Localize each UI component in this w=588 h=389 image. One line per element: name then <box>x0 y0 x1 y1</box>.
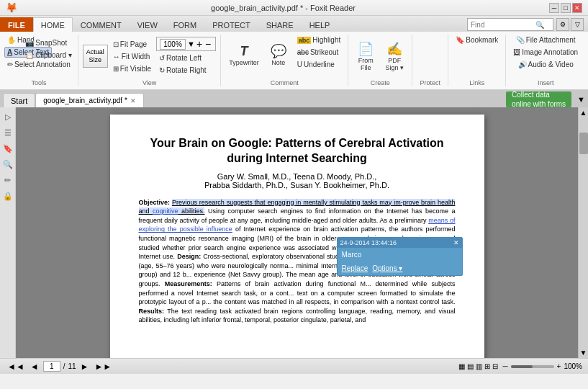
left-nav-btn-6[interactable]: 🔒 <box>1 189 14 202</box>
pdf-sign-btn[interactable]: ✍ PDFSign ▾ <box>381 36 407 76</box>
main-area: ▷ ☰ 🔖 🔍 ✏ 🔒 Your Brain on Google: Patter… <box>0 107 588 358</box>
tools-group: ✋ Hand A Select Text ✏ Select Annotation… <box>0 35 78 86</box>
nav-next-btn[interactable]: ► <box>79 362 91 372</box>
nav-first-btn[interactable]: ◄◄ <box>6 362 26 372</box>
file-attachment-icon: 📎 <box>516 36 525 44</box>
clipboard-btn[interactable]: 📋 Clipboard ▾ <box>22 50 75 61</box>
image-annotation-btn[interactable]: 🖼 Image Annotation <box>510 47 581 58</box>
select-text-icon: A <box>7 48 12 56</box>
zoom-input[interactable] <box>160 39 186 50</box>
file-attachment-btn[interactable]: 📎 File Attachment <box>513 35 579 45</box>
replace-btn[interactable]: Replace <box>342 264 368 272</box>
search-box: 🔍 <box>467 18 553 31</box>
zoom-dropdown-btn[interactable]: ▼ <box>187 40 195 48</box>
left-nav-btn-3[interactable]: 🔖 <box>1 142 14 155</box>
audio-video-icon: 🔊 <box>518 61 527 68</box>
tab-comment[interactable]: COMMENT <box>73 17 130 32</box>
status-bar: ◄◄ ◄ / 11 ► ►► ▦ ▤ ▥ ⊞ ⊟ ─ + 100% <box>0 358 588 374</box>
fit-visible-btn[interactable]: ⊞ Fit Visible <box>110 63 154 74</box>
rotate-right-btn[interactable]: ↻ Rotate Right <box>156 65 216 76</box>
scroll-down-btn[interactable]: ▼ <box>579 347 588 358</box>
tab-protect[interactable]: PROTECT <box>204 17 258 32</box>
view-mode-btns: ▦ ▤ ▥ ⊞ ⊟ <box>458 362 498 370</box>
zoom-out-btn[interactable]: − <box>204 38 212 50</box>
scroll-up-btn[interactable]: ▲ <box>579 107 588 118</box>
comment-close-btn[interactable]: ✕ <box>453 239 459 246</box>
view-split-btn[interactable]: ⊟ <box>492 362 498 370</box>
maximize-btn[interactable]: □ <box>561 3 571 13</box>
tab-home[interactable]: HOME <box>33 17 73 32</box>
rotate-right-icon: ↻ <box>159 66 165 74</box>
tab-close-btn[interactable]: ✕ <box>130 97 136 104</box>
view-single-btn[interactable]: ▦ <box>458 362 465 370</box>
note-btn[interactable]: 💬 Note <box>266 35 291 75</box>
rotate-left-btn[interactable]: ↺ Rotate Left <box>156 53 216 63</box>
tabs-arrow-btn[interactable]: ▼ <box>574 95 588 104</box>
typewriter-btn[interactable]: T Typewriter <box>225 35 263 75</box>
total-pages: 11 <box>68 362 76 370</box>
tab-form[interactable]: FORM <box>166 17 204 32</box>
right-scrollbar[interactable]: ▲ ▼ <box>578 107 588 358</box>
pdf-area[interactable]: Your Brain on Google: Patterns of Cerebr… <box>16 107 578 358</box>
view-spread-btn[interactable]: ⊞ <box>484 362 490 370</box>
view-facing-btn[interactable]: ▥ <box>476 362 482 370</box>
window-title: google_brain_activity.pdf * - Foxit Read… <box>17 4 549 12</box>
tab-pdf[interactable]: google_brain_activity.pdf * ✕ <box>35 93 144 107</box>
select-annotation-btn[interactable]: ✏ Select Annotation <box>4 59 73 70</box>
strikeout-btn[interactable]: abc Strikeout <box>294 47 343 58</box>
results-label: Results: <box>139 308 165 315</box>
ribbon: ✋ Hand A Select Text ✏ Select Annotation… <box>0 32 588 90</box>
search-input[interactable] <box>471 21 535 29</box>
tab-start[interactable]: Start <box>3 93 35 107</box>
create-group: 📄 FromFile ✍ PDFSign ▾ Create <box>348 35 412 86</box>
ribbon-content: ✋ Hand A Select Text ✏ Select Annotation… <box>0 32 588 89</box>
tab-file[interactable]: FILE <box>0 17 33 32</box>
window-controls[interactable]: ─ □ ✕ <box>549 3 582 13</box>
ribbon-minimize-btn[interactable]: ▽ <box>571 18 584 31</box>
insert-group: 📎 File Attachment 🖼 Image Annotation 🔊 A… <box>506 35 585 86</box>
fit-width-icon: ↔ <box>113 53 120 61</box>
left-nav-btn-2[interactable]: ☰ <box>1 126 14 139</box>
left-nav-btn-1[interactable]: ▷ <box>1 110 14 123</box>
nav-last-btn[interactable]: ►► <box>93 362 113 372</box>
pdf-authors: Gary W. Small, M.D., Teena D. Moody, Ph.… <box>139 172 456 189</box>
underline-icon: U <box>297 61 302 68</box>
tab-share[interactable]: SHARE <box>258 17 302 32</box>
search-icon: 🔍 <box>535 21 544 29</box>
bookmark-btn[interactable]: 🔖 Bookmark <box>453 35 501 45</box>
audio-video-btn[interactable]: 🔊 Audio & Video <box>515 59 576 70</box>
left-nav-btn-4[interactable]: 🔍 <box>1 158 14 171</box>
settings-btn[interactable]: ⚙ <box>556 18 569 31</box>
pdf-sign-icon: ✍ <box>386 41 402 57</box>
fit-page-icon: ⊡ <box>113 40 119 48</box>
fit-page-btn[interactable]: ⊡ Fit Page <box>110 39 154 50</box>
options-btn[interactable]: Options ▾ <box>372 264 402 272</box>
zoom-in-btn[interactable]: + <box>196 38 202 50</box>
protect-group-label: Protect <box>412 79 448 86</box>
zoom-in-status-btn[interactable]: + <box>557 362 561 370</box>
comment-group: T Typewriter 💬 Note abc Highlight abc St… <box>221 35 348 86</box>
tab-view[interactable]: VIEW <box>130 17 166 32</box>
collect-data-btn[interactable]: Collect dataonline with forms <box>506 91 571 107</box>
snapshot-btn[interactable]: 📷 SnapShot <box>22 37 75 48</box>
tab-help[interactable]: HELP <box>302 17 338 32</box>
annotation-icon: ✏ <box>7 61 13 68</box>
pdf-title: Your Brain on Google: Patterns of Cerebr… <box>139 136 456 166</box>
zoom-slider[interactable] <box>511 365 554 368</box>
fit-width-btn[interactable]: ↔ Fit Width <box>110 51 154 62</box>
current-page-input[interactable] <box>43 361 60 372</box>
nav-prev-btn[interactable]: ◄ <box>29 362 40 372</box>
zoom-out-status-btn[interactable]: ─ <box>502 362 507 370</box>
view-continuous-btn[interactable]: ▤ <box>467 362 474 370</box>
close-btn[interactable]: ✕ <box>572 3 582 13</box>
ribbon-search-area: 🔍 ⚙ ▽ <box>466 17 585 32</box>
actual-size-btn[interactable]: Actual Size <box>83 45 108 68</box>
from-file-btn[interactable]: 📄 FromFile <box>353 36 379 76</box>
underline-btn[interactable]: U Underline <box>294 59 343 70</box>
pdf-page: Your Brain on Google: Patterns of Cerebr… <box>110 115 484 358</box>
left-nav-btn-5[interactable]: ✏ <box>1 174 14 187</box>
scroll-thumb[interactable] <box>579 133 588 154</box>
highlight-btn[interactable]: abc Highlight <box>294 35 343 45</box>
minimize-btn[interactable]: ─ <box>549 3 559 13</box>
status-right: ▦ ▤ ▥ ⊞ ⊟ ─ + 100% <box>458 362 582 370</box>
